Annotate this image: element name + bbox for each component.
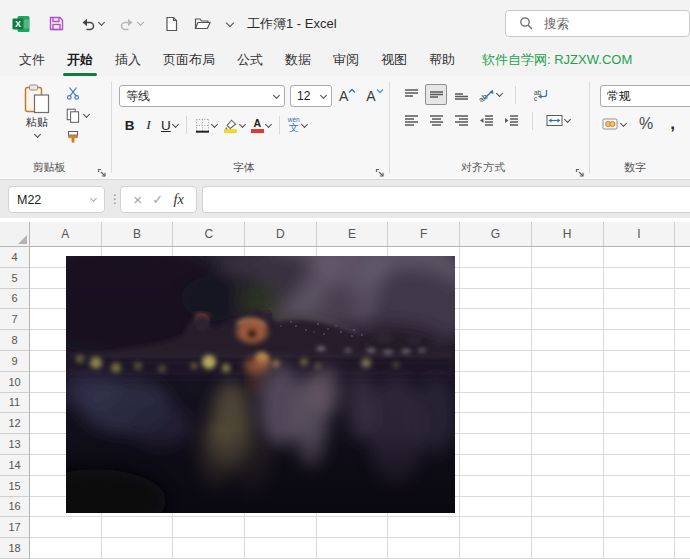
- search-box[interactable]: [505, 10, 690, 37]
- column-header[interactable]: B: [102, 222, 174, 246]
- row-header[interactable]: 16: [0, 497, 29, 518]
- cut-button[interactable]: [66, 85, 89, 101]
- enter-button[interactable]: ✓: [152, 192, 163, 207]
- tab-review[interactable]: 审阅: [322, 46, 370, 76]
- fill-color-bucket-icon: [223, 118, 238, 133]
- column-header[interactable]: F: [388, 222, 460, 246]
- number-format-value: 常规: [607, 88, 631, 105]
- row-header[interactable]: 11: [0, 393, 29, 414]
- fill-color-button[interactable]: [221, 115, 247, 135]
- format-painter-button[interactable]: [66, 129, 89, 145]
- save-button[interactable]: [43, 12, 70, 35]
- column-header[interactable]: A: [30, 222, 102, 246]
- align-top-button[interactable]: [400, 84, 422, 105]
- tab-home[interactable]: 开始: [56, 46, 104, 76]
- row-header[interactable]: 4: [0, 247, 29, 268]
- select-all-corner[interactable]: [0, 222, 30, 247]
- search-input[interactable]: [542, 16, 656, 32]
- open-file-button[interactable]: [189, 13, 216, 34]
- new-file-button[interactable]: [159, 13, 184, 35]
- tab-view[interactable]: 视图: [370, 46, 418, 76]
- row-header[interactable]: 9: [0, 351, 29, 372]
- align-middle-icon: [429, 88, 444, 101]
- font-size-select[interactable]: 12: [290, 85, 332, 107]
- phonetic-guide-button[interactable]: wén 文: [286, 115, 309, 135]
- row-header[interactable]: 17: [0, 517, 29, 538]
- decrease-indent-icon: [479, 114, 494, 127]
- shrink-font-label: A: [366, 88, 375, 104]
- new-file-icon: [164, 16, 179, 32]
- decrease-indent-button[interactable]: [475, 110, 497, 131]
- qat-overflow-chevron[interactable]: [226, 18, 234, 26]
- italic-button[interactable]: I: [140, 115, 157, 135]
- increase-indent-button[interactable]: [500, 110, 522, 131]
- orientation-button[interactable]: ab: [475, 84, 505, 105]
- row-header[interactable]: 8: [0, 330, 29, 351]
- insert-function-button[interactable]: fx: [173, 191, 183, 208]
- row-header[interactable]: 10: [0, 372, 29, 393]
- redo-dropdown-chevron: [137, 19, 144, 26]
- sheet-cells[interactable]: [30, 247, 690, 559]
- row-header[interactable]: 7: [0, 309, 29, 330]
- undo-icon: [80, 16, 96, 32]
- wrap-text-button[interactable]: ab c: [526, 84, 556, 105]
- column-header-partial[interactable]: [675, 222, 690, 246]
- font-color-button[interactable]: A: [249, 115, 273, 135]
- column-header[interactable]: C: [173, 222, 245, 246]
- column-header[interactable]: E: [317, 222, 389, 246]
- undo-button[interactable]: [75, 13, 109, 35]
- tab-insert[interactable]: 插入: [104, 46, 152, 76]
- ribbon-group-number: 常规 % , 数字: [590, 76, 690, 179]
- borders-chevron: [211, 120, 218, 127]
- alignment-dialog-launcher[interactable]: [575, 164, 585, 174]
- tab-formulas[interactable]: 公式: [226, 46, 274, 76]
- grow-font-button[interactable]: A: [336, 88, 359, 104]
- font-dialog-launcher[interactable]: [375, 164, 385, 174]
- row-header[interactable]: 12: [0, 413, 29, 434]
- bold-button[interactable]: B: [121, 115, 138, 135]
- row-header[interactable]: 6: [0, 289, 29, 310]
- column-header[interactable]: D: [245, 222, 317, 246]
- row-header[interactable]: 14: [0, 455, 29, 476]
- tab-page-layout[interactable]: 页面布局: [152, 46, 226, 76]
- clipboard-dialog-launcher[interactable]: [97, 164, 107, 174]
- name-box[interactable]: M22: [8, 186, 105, 213]
- row-header[interactable]: 15: [0, 476, 29, 497]
- paste-clipboard-icon: [24, 84, 50, 114]
- merge-center-icon: [546, 114, 563, 127]
- align-bottom-icon: [454, 88, 469, 101]
- accounting-format-button[interactable]: [600, 114, 628, 134]
- align-middle-button[interactable]: [425, 84, 447, 105]
- ribbon-group-font: 等线 12 A A B I: [112, 76, 390, 179]
- copy-button[interactable]: [66, 107, 89, 123]
- number-format-select[interactable]: 常规: [600, 85, 690, 107]
- row-header[interactable]: 5: [0, 268, 29, 289]
- paste-button[interactable]: 粘贴: [13, 84, 61, 137]
- shrink-font-button[interactable]: A: [363, 88, 386, 104]
- comma-style-button[interactable]: ,: [664, 114, 681, 134]
- font-family-select[interactable]: 等线: [119, 85, 285, 107]
- row-header[interactable]: 13: [0, 434, 29, 455]
- divider: [186, 116, 187, 134]
- merge-center-button[interactable]: [543, 110, 573, 131]
- borders-button[interactable]: [193, 115, 219, 135]
- row-header[interactable]: 18: [0, 538, 29, 559]
- column-header[interactable]: G: [460, 222, 532, 246]
- tab-help[interactable]: 帮助: [418, 46, 466, 76]
- column-header[interactable]: H: [532, 222, 604, 246]
- align-left-button[interactable]: [400, 110, 422, 131]
- align-right-button[interactable]: [450, 110, 472, 131]
- cancel-button[interactable]: ×: [133, 191, 142, 208]
- underline-button[interactable]: U: [159, 115, 180, 135]
- percent-style-button[interactable]: %: [637, 114, 655, 134]
- align-center-button[interactable]: [425, 110, 447, 131]
- undo-dropdown-chevron: [98, 19, 105, 26]
- name-box-chevron: [90, 195, 97, 202]
- formula-input[interactable]: [202, 186, 690, 213]
- column-header[interactable]: I: [604, 222, 676, 246]
- tab-data[interactable]: 数据: [274, 46, 322, 76]
- tab-file[interactable]: 文件: [8, 46, 56, 76]
- inserted-picture[interactable]: [66, 256, 455, 513]
- redo-button[interactable]: [114, 13, 148, 35]
- align-bottom-button[interactable]: [450, 84, 472, 105]
